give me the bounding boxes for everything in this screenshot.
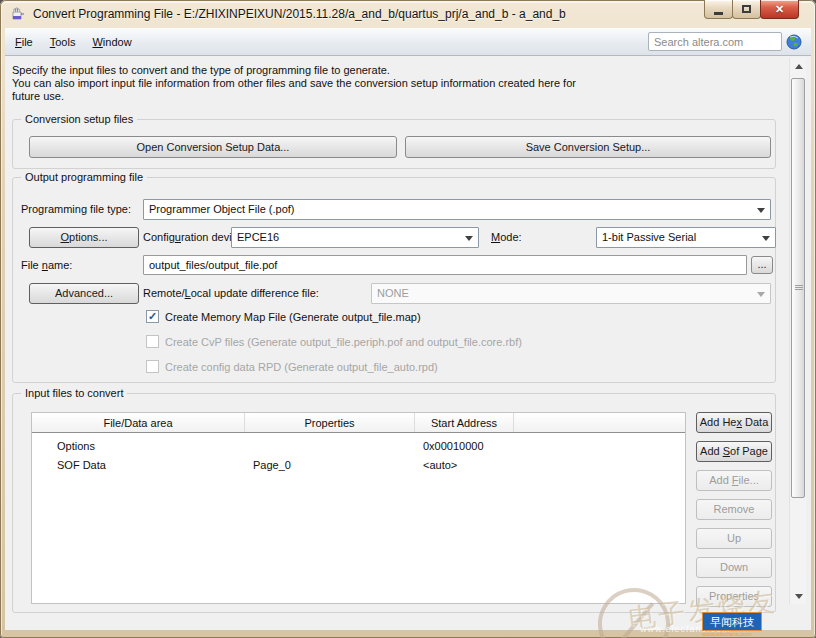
window-controls: ✕ <box>705 0 799 19</box>
cell-start-address: 0x00010000 <box>415 440 514 452</box>
instructions-line-3: future use. <box>12 90 576 103</box>
remote-local-update-value: NONE <box>377 287 409 299</box>
add-hex-data-button[interactable]: Add Hex Data <box>696 412 772 433</box>
group-title: Input files to convert <box>21 387 127 399</box>
mode-combo[interactable]: 1-bit Passive Serial <box>596 227 776 248</box>
options-button[interactable]: Options... <box>29 227 139 248</box>
output-programming-file-group: Output programming file Programming file… <box>12 177 776 383</box>
minimize-icon <box>714 12 723 15</box>
app-icon <box>10 6 26 22</box>
cell-file-data-area: SOF Data <box>32 459 245 471</box>
cell-properties: Page_0 <box>245 459 415 471</box>
conversion-setup-group: Conversion setup files Open Conversion S… <box>12 119 776 169</box>
down-button: Down <box>696 557 772 578</box>
cell-start-address: <auto> <box>415 459 514 471</box>
chevron-down-icon <box>757 292 765 297</box>
checkbox-label: Create config data RPD (Generate output_… <box>165 361 438 373</box>
column-header-empty <box>514 413 685 432</box>
programming-file-type-label: Programming file type: <box>21 203 131 215</box>
input-files-group: Input files to convert File/Data area Pr… <box>12 393 776 613</box>
configuration-device-combo[interactable]: EPCE16 <box>231 227 479 248</box>
remote-local-update-label: Remote/Local update difference file: <box>143 287 319 299</box>
chevron-down-icon <box>465 236 473 241</box>
group-title: Conversion setup files <box>21 113 137 125</box>
checkbox-label: Create Memory Map File (Generate output_… <box>165 311 421 323</box>
create-config-data-rpd-checkbox: Create config data RPD (Generate output_… <box>146 360 438 373</box>
arrow-down-icon <box>795 594 803 599</box>
menu-bar: File Tools Window <box>5 28 811 56</box>
menu-window[interactable]: Window <box>85 32 138 52</box>
maximize-button[interactable] <box>732 0 761 19</box>
mode-label: Mode: <box>491 231 522 243</box>
cell-file-data-area: Options <box>32 440 245 452</box>
instructions-text: Specify the input files to convert and t… <box>12 64 576 103</box>
browse-button[interactable]: ... <box>751 256 773 274</box>
create-cvp-files-checkbox: Create CvP files (Generate output_file.p… <box>146 335 522 348</box>
save-conversion-setup-button[interactable]: Save Conversion Setup... <box>405 136 771 158</box>
file-name-label: File name: <box>21 259 72 271</box>
checkbox-checked-icon: ✓ <box>146 310 159 323</box>
column-header-start-address[interactable]: Start Address <box>415 413 514 432</box>
minimize-button[interactable] <box>704 0 733 19</box>
thumb-grip-icon <box>795 285 803 290</box>
instructions-line-1: Specify the input files to convert and t… <box>12 64 576 77</box>
table-header: File/Data area Properties Start Address <box>32 413 685 433</box>
up-button: Up <box>696 528 772 549</box>
advanced-button[interactable]: Advanced... <box>29 283 139 304</box>
table-row[interactable]: SOF Data Page_0 <auto> <box>32 455 685 474</box>
vertical-scrollbar[interactable] <box>789 58 806 604</box>
instructions-line-2: You can also import input file informati… <box>12 77 576 90</box>
remote-local-update-combo: NONE <box>371 283 771 304</box>
close-button[interactable]: ✕ <box>760 0 799 19</box>
watermark-badge-subtext: www.elecfans.com <box>702 631 752 637</box>
column-header-file-data-area[interactable]: File/Data area <box>32 413 245 432</box>
close-icon: ✕ <box>775 3 784 16</box>
file-name-input[interactable]: output_files/output_file.pof <box>143 255 747 275</box>
window-title: Convert Programming File - E:/ZHIXINPEIX… <box>33 7 566 21</box>
group-title: Output programming file <box>21 171 147 183</box>
column-header-properties[interactable]: Properties <box>245 413 415 432</box>
arrow-up-icon <box>795 64 803 69</box>
dialog-content: Specify the input files to convert and t… <box>5 56 811 630</box>
search-input[interactable] <box>648 32 782 51</box>
scroll-down-button[interactable] <box>790 588 807 604</box>
search-area <box>648 32 802 51</box>
remove-button: Remove <box>696 499 772 520</box>
watermark-badge: 早闻科技 <box>702 612 762 631</box>
create-memory-map-checkbox[interactable]: ✓ Create Memory Map File (Generate outpu… <box>146 310 421 323</box>
configuration-device-value: EPCE16 <box>237 231 279 243</box>
scroll-up-button[interactable] <box>790 58 807 74</box>
programming-file-type-value: Programmer Object File (.pof) <box>149 203 294 215</box>
maximize-icon <box>742 5 751 13</box>
checkbox-label: Create CvP files (Generate output_file.p… <box>165 336 522 348</box>
open-conversion-setup-button[interactable]: Open Conversion Setup Data... <box>29 136 397 158</box>
convert-programming-file-window: Convert Programming File - E:/ZHIXINPEIX… <box>0 0 816 638</box>
mode-value: 1-bit Passive Serial <box>602 231 696 243</box>
checkbox-unchecked-icon <box>146 335 159 348</box>
programming-file-type-combo[interactable]: Programmer Object File (.pof) <box>143 199 771 220</box>
scrollbar-thumb[interactable] <box>791 78 805 498</box>
menu-file[interactable]: File <box>8 32 40 52</box>
table-row[interactable]: Options 0x00010000 <box>32 436 685 455</box>
input-files-table[interactable]: File/Data area Properties Start Address … <box>31 412 686 604</box>
menu-tools[interactable]: Tools <box>43 32 83 52</box>
checkbox-unchecked-icon <box>146 360 159 373</box>
globe-icon[interactable] <box>786 34 802 50</box>
chevron-down-icon <box>762 236 770 241</box>
titlebar[interactable]: Convert Programming File - E:/ZHIXINPEIX… <box>0 0 816 28</box>
chevron-down-icon <box>757 208 765 213</box>
add-sof-page-button[interactable]: Add Sof Page <box>696 441 772 462</box>
add-file-button: Add File... <box>696 470 772 491</box>
